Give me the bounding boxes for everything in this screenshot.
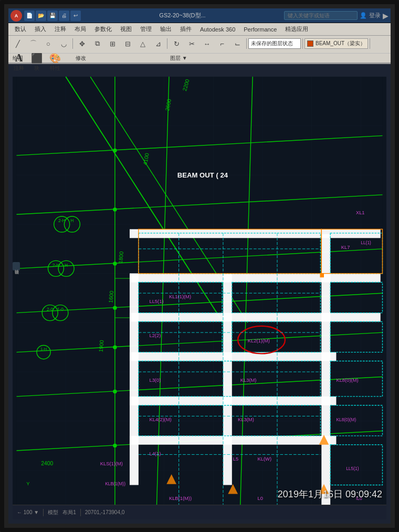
- beam-color: [307, 40, 313, 47]
- expand-icon[interactable]: ▶: [383, 12, 388, 20]
- trim-tool[interactable]: ✂: [184, 37, 199, 50]
- mirror-tool[interactable]: ⊞: [105, 37, 120, 50]
- beam-out-text: BEAM_OUT（梁实）: [316, 40, 365, 47]
- svg-point-108: [113, 390, 117, 393]
- svg-text:KL4(2)(M): KL4(2)(M): [149, 417, 171, 422]
- menu-performance[interactable]: Performance: [239, 25, 281, 34]
- login-button[interactable]: 👤 登录: [360, 12, 381, 19]
- svg-text:1900: 1900: [98, 340, 104, 352]
- left-panel-tab[interactable]: 设计辅助: [13, 262, 20, 270]
- draw-label: 绘图: [13, 55, 23, 62]
- search-input[interactable]: [284, 11, 358, 20]
- svg-text:L2(2): L2(2): [149, 333, 161, 338]
- svg-rect-55: [223, 274, 232, 485]
- window-title: GS2-20~38(D型...: [83, 12, 282, 19]
- svg-text:H: H: [70, 218, 74, 223]
- svg-rect-57: [130, 229, 381, 238]
- drawing-area[interactable]: 2-H H 2-H H 2-0 1-0 1-H 2200 2600 4100 1…: [13, 77, 386, 505]
- monitor-bezel: A 📄 📂 💾 🖨 ↩ GS2-20~38(D型... 👤 登录 ▶ 数认 插入…: [0, 0, 399, 532]
- svg-text:KL3(M): KL3(M): [240, 378, 257, 383]
- line-tool[interactable]: ╱: [10, 37, 25, 50]
- menu-shuchu[interactable]: 输出: [156, 24, 176, 34]
- new-tool[interactable]: 📄: [24, 11, 35, 21]
- polyline-tool[interactable]: ⌒: [26, 37, 40, 50]
- properties-tool[interactable]: 🎨 特性: [46, 51, 64, 73]
- svg-text:KL2(1)(M): KL2(1)(M): [248, 338, 270, 343]
- svg-text:KLB(1(M)): KLB(1(M)): [105, 481, 125, 486]
- screen: A 📄 📂 💾 🖨 ↩ GS2-20~38(D型... 👤 登录 ▶ 数认 插入…: [8, 8, 391, 524]
- sep4: [302, 38, 303, 49]
- menu-zhushi[interactable]: 注释: [50, 24, 70, 34]
- sep5: [370, 38, 370, 49]
- menu-autodesk360[interactable]: Autodesk 360: [196, 25, 239, 34]
- model-tab[interactable]: 模型: [48, 509, 58, 516]
- menu-charu[interactable]: 插入: [30, 24, 50, 34]
- svg-rect-50: [130, 313, 381, 322]
- coordinates: 20701,-173904,0: [85, 509, 125, 515]
- toolbar-area: ╱ ⌒ ○ ◡ ✥ ⧉ ⊞ ⊟ △ ⊿ ↻ ✂ ↔ ⌐ ⌙: [8, 36, 391, 64]
- undo-tool[interactable]: ↩: [70, 11, 81, 21]
- svg-text:KL3(M): KL3(M): [238, 417, 254, 422]
- save-tool[interactable]: 💾: [47, 11, 58, 21]
- sep3: [246, 38, 247, 49]
- menu-chajian[interactable]: 插件: [176, 24, 196, 34]
- menu-canshuhua[interactable]: 参数化: [90, 24, 116, 34]
- svg-text:Y: Y: [26, 481, 30, 486]
- svg-rect-54: [130, 274, 139, 485]
- circle-tool[interactable]: ○: [41, 37, 56, 50]
- layout-tab[interactable]: 布局1: [62, 509, 76, 516]
- menu-shitu[interactable]: 视图: [116, 24, 136, 34]
- print-tool[interactable]: 🖨: [59, 11, 69, 21]
- chamfer-tool[interactable]: ⌙: [230, 37, 245, 50]
- status-bar: ← 100 ▼ 模型 布局1 20701,-173904,0: [13, 505, 386, 519]
- array-tool[interactable]: ⊟: [120, 37, 135, 50]
- status-sep1: [43, 509, 44, 516]
- extend-tool[interactable]: ↔: [200, 37, 214, 50]
- block-label: 块: [34, 65, 39, 72]
- toolbar-row-1: ╱ ⌒ ○ ◡ ✥ ⧉ ⊞ ⊟ △ ⊿ ↻ ✂ ↔ ⌐ ⌙: [8, 36, 391, 54]
- svg-point-104: [113, 207, 117, 211]
- menu-guanli[interactable]: 管理: [136, 24, 156, 34]
- svg-point-106: [113, 306, 117, 310]
- svg-text:KL1(1)(M): KL1(1)(M): [169, 294, 191, 299]
- title-bar: A 📄 📂 💾 🖨 ↩ GS2-20~38(D型... 👤 登录 ▶: [8, 8, 391, 23]
- svg-text:1800: 1800: [118, 251, 124, 264]
- svg-text:KL8(0)(M): KL8(0)(M): [336, 378, 358, 383]
- autocad-logo: A: [10, 10, 22, 22]
- arc-tool[interactable]: ◡: [56, 37, 71, 50]
- svg-text:2400: 2400: [41, 461, 53, 466]
- svg-text:XL1: XL1: [356, 210, 365, 215]
- svg-text:1-H: 1-H: [40, 347, 47, 351]
- copy-tool[interactable]: ⧉: [90, 37, 104, 50]
- svg-rect-49: [130, 274, 381, 283]
- stretch-tool[interactable]: ⊿: [151, 37, 165, 50]
- move-tool[interactable]: ✥: [75, 37, 89, 50]
- menu-bar: 数认 插入 注释 布局 参数化 视图 管理 输出 插件 Autodesk 360…: [8, 23, 391, 36]
- fillet-tool[interactable]: ⌐: [215, 37, 229, 50]
- menu-shuru[interactable]: 数认: [10, 24, 30, 34]
- svg-point-107: [113, 345, 117, 349]
- properties-icon: 🎨: [49, 53, 61, 64]
- rotate-tool[interactable]: ↻: [169, 37, 184, 50]
- open-tool[interactable]: 📂: [36, 11, 46, 21]
- svg-text:KL7: KL7: [341, 245, 350, 250]
- scale-indicator[interactable]: ← 100 ▼: [17, 509, 39, 515]
- sep1: [72, 38, 73, 49]
- svg-text:LL(1): LL(1): [361, 240, 371, 245]
- svg-text:L3(0): L3(0): [149, 378, 161, 383]
- menu-buju[interactable]: 布局: [70, 24, 90, 34]
- svg-rect-53: [130, 436, 336, 445]
- menu-jingxuan[interactable]: 精选应用: [281, 24, 312, 34]
- layer-status-dropdown[interactable]: 未保存的图层状态: [248, 38, 301, 49]
- datetime-display: 2019年1月16日 09:09:42: [278, 488, 382, 500]
- svg-text:KLS(1)(M): KLS(1)(M): [100, 461, 123, 466]
- svg-text:H: H: [65, 263, 68, 268]
- svg-text:L4(1): L4(1): [149, 451, 161, 456]
- svg-point-109: [113, 444, 117, 447]
- scale-tool[interactable]: △: [135, 37, 150, 50]
- svg-rect-51: [130, 352, 336, 361]
- datetime-text: 2019年1月16日 09:09:42: [278, 489, 382, 499]
- svg-text:1-0: 1-0: [57, 307, 64, 312]
- beam-out-indicator: BEAM_OUT（梁实）: [304, 38, 368, 49]
- block-tool[interactable]: ⬛ 块: [28, 51, 46, 73]
